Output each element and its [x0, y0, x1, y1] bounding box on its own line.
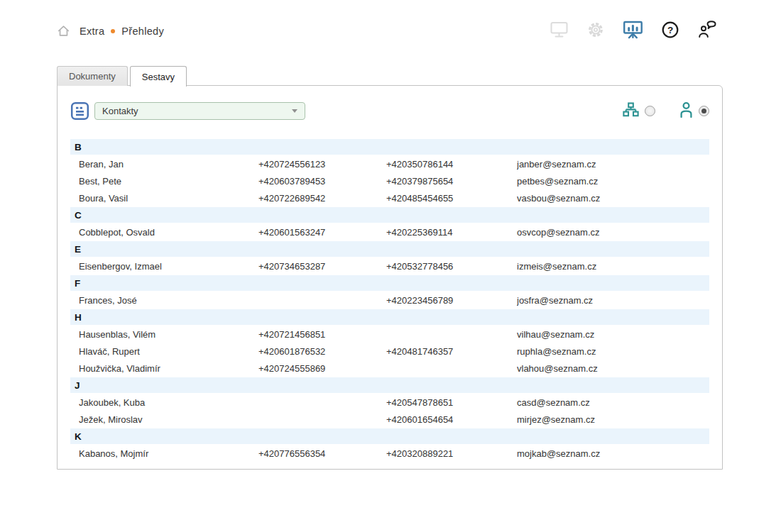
- contact-phone2: +420225369114: [386, 227, 517, 238]
- contact-email: vilhau@seznam.cz: [517, 329, 709, 340]
- tab-bar: Dokumenty Sestavy: [57, 66, 189, 86]
- contact-phone2: +420481746357: [386, 346, 517, 357]
- contact-phone1: +420776556354: [258, 448, 386, 459]
- contact-name: Hlaváč, Rupert: [79, 346, 258, 357]
- contact-phone2: +420223456789: [386, 295, 517, 306]
- breadcrumb: Extra Přehledy: [57, 24, 164, 38]
- contact-phone1: +420601876532: [258, 346, 386, 357]
- presentation-chart-icon[interactable]: [623, 20, 643, 39]
- contact-row[interactable]: Frances, José+420223456789josfra@seznam.…: [70, 292, 709, 309]
- contact-phone2: +420379875654: [386, 176, 517, 187]
- contact-name: Hausenblas, Vilém: [79, 329, 258, 340]
- contact-name: Best, Pete: [79, 176, 258, 187]
- breadcrumb-separator-dot: [111, 29, 115, 33]
- contact-name: Ježek, Miroslav: [79, 414, 258, 425]
- contact-email: petbes@seznam.cz: [517, 176, 709, 187]
- group-letter: B: [75, 142, 82, 153]
- home-icon[interactable]: [57, 24, 70, 38]
- contact-email: osvcop@seznam.cz: [517, 227, 709, 238]
- feedback-person-icon[interactable]: [697, 20, 719, 39]
- contact-phone1: +420721456851: [258, 329, 386, 340]
- tab-dokumenty[interactable]: Dokumenty: [57, 66, 128, 86]
- svg-text:?: ?: [667, 24, 673, 35]
- contact-row[interactable]: Jakoubek, Kuba+420547878651casd@seznam.c…: [70, 394, 709, 411]
- monitor-icon[interactable]: [550, 21, 569, 39]
- report-toolbar: Kontakty: [70, 101, 709, 121]
- contact-phone1: +420724555869: [258, 363, 386, 374]
- contact-phone2: +420350786144: [386, 159, 517, 170]
- contact-email: mojkab@seznam.cz: [517, 448, 709, 459]
- gear-icon[interactable]: [586, 21, 605, 39]
- contact-row[interactable]: Cobblepot, Osvald+420601563247+420225369…: [70, 223, 709, 240]
- contact-phone1: +420722689542: [258, 193, 386, 204]
- chevron-down-icon: [292, 109, 297, 113]
- group-letter-header: C: [70, 207, 709, 223]
- header-icon-bar: ?: [550, 20, 719, 39]
- contact-name: Beran, Jan: [79, 159, 258, 170]
- contact-row[interactable]: Hlaváč, Rupert+420601876532+420481746357…: [70, 343, 709, 360]
- person-icon[interactable]: [679, 101, 693, 121]
- contact-email: josfra@seznam.cz: [517, 295, 709, 306]
- contact-phone1: +420603789453: [258, 176, 386, 187]
- contact-name: Frances, José: [79, 295, 258, 306]
- person-view-toggle[interactable]: [679, 101, 709, 121]
- group-letter: K: [75, 431, 82, 442]
- group-letter-header: K: [70, 428, 709, 444]
- group-letter: E: [75, 244, 81, 255]
- contact-phone1: +420724556123: [258, 159, 386, 170]
- contact-email: izmeis@seznam.cz: [517, 261, 709, 272]
- contact-email: ruphla@seznam.cz: [517, 346, 709, 357]
- contact-row[interactable]: Best, Pete+420603789453+420379875654petb…: [70, 172, 709, 189]
- contact-row[interactable]: Boura, Vasil+420722689542+420485454655va…: [70, 189, 709, 206]
- report-select-value: Kontakty: [102, 106, 138, 116]
- contact-phone2: +420601654654: [386, 414, 517, 425]
- contact-email: vlahou@seznam.cz: [517, 363, 709, 374]
- contact-phone2: +420485454655: [386, 193, 517, 204]
- group-letter-header: F: [70, 275, 709, 291]
- hierarchy-view-toggle[interactable]: [623, 102, 655, 120]
- contact-email: casd@seznam.cz: [517, 397, 709, 408]
- contact-name: Kabanos, Mojmír: [79, 448, 258, 459]
- group-letter-header: B: [70, 139, 709, 155]
- group-letter: C: [75, 210, 82, 221]
- group-letter: H: [75, 312, 82, 323]
- contact-name: Houžvička, Vladimír: [79, 363, 258, 374]
- contact-email: vasbou@seznam.cz: [517, 193, 709, 204]
- hierarchy-icon[interactable]: [623, 102, 639, 120]
- contact-name: Jakoubek, Kuba: [79, 397, 258, 408]
- reports-panel: Kontakty: [57, 85, 723, 470]
- contact-email: mirjez@seznam.cz: [517, 414, 709, 425]
- contact-groups: BBeran, Jan+420724556123+420350786144jan…: [70, 139, 709, 462]
- contact-email: janber@seznam.cz: [517, 159, 709, 170]
- help-icon[interactable]: ?: [661, 21, 679, 39]
- group-letter-header: J: [70, 377, 709, 393]
- contact-name: Boura, Vasil: [79, 193, 258, 204]
- breadcrumb-item-prehledy[interactable]: Přehledy: [121, 26, 164, 37]
- contact-row[interactable]: Kabanos, Mojmír+420776556354+42032088922…: [70, 445, 709, 462]
- contact-name: Cobblepot, Osvald: [79, 227, 258, 238]
- contact-row[interactable]: Ježek, Miroslav+420601654654mirjez@sezna…: [70, 411, 709, 428]
- contact-row[interactable]: Beran, Jan+420724556123+420350786144janb…: [70, 155, 709, 172]
- contact-phone1: +420734653287: [258, 261, 386, 272]
- contact-name: Eisenbergov, Izmael: [79, 261, 258, 272]
- person-view-radio[interactable]: [699, 106, 709, 116]
- contact-phone2: +420547878651: [386, 397, 517, 408]
- contact-phone1: +420601563247: [258, 227, 386, 238]
- hierarchy-view-radio[interactable]: [645, 106, 655, 116]
- group-letter-header: E: [70, 241, 709, 257]
- contact-phone2: +420532778456: [386, 261, 517, 272]
- contact-row[interactable]: Houžvička, Vladimír+420724555869vlahou@s…: [70, 360, 709, 377]
- contact-row[interactable]: Eisenbergov, Izmael+420734653287+4205327…: [70, 257, 709, 275]
- report-list-icon: [70, 101, 89, 121]
- contact-phone2: +420320889221: [386, 448, 517, 459]
- group-letter: F: [75, 278, 80, 289]
- group-letter-header: H: [70, 309, 709, 325]
- contact-row[interactable]: Hausenblas, Vilém+420721456851vilhau@sez…: [70, 326, 709, 343]
- tab-sestavy[interactable]: Sestavy: [130, 66, 187, 87]
- report-select[interactable]: Kontakty: [94, 102, 305, 120]
- group-letter: J: [75, 380, 80, 391]
- breadcrumb-item-extra[interactable]: Extra: [80, 26, 104, 37]
